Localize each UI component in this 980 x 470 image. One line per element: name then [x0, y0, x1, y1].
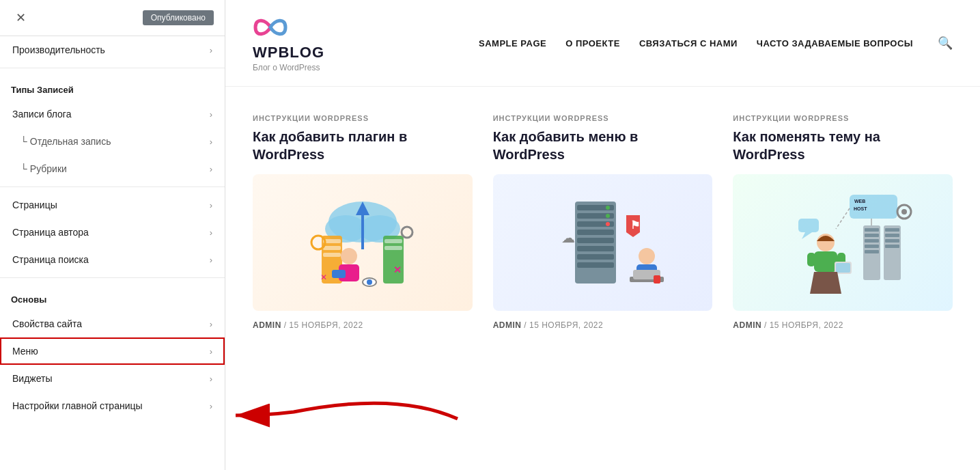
card-image: ✕ ✕ [253, 174, 473, 311]
chevron-right-icon: › [210, 374, 212, 384]
sidebar-item-widgets[interactable]: Виджеты › [0, 365, 225, 392]
svg-text:☁: ☁ [561, 230, 575, 245]
svg-rect-8 [323, 253, 341, 257]
sidebar: ✕ Опубликовано Производительность › Типы… [0, 0, 225, 470]
card-title: Как добавить меню в WordPress [493, 128, 713, 163]
svg-rect-27 [577, 246, 614, 251]
chevron-right-icon: › [210, 200, 212, 210]
svg-rect-51 [885, 228, 899, 232]
svg-rect-7 [323, 246, 341, 250]
svg-text:WEB: WEB [854, 199, 865, 204]
svg-point-16 [402, 227, 412, 238]
svg-point-31 [606, 214, 610, 218]
svg-rect-52 [885, 234, 899, 237]
card-meta: ADMIN / 15 НОЯБРЯ, 2022 [733, 320, 953, 330]
sidebar-top-bar: ✕ Опубликовано [0, 0, 225, 36]
sidebar-item-categories[interactable]: └ Рубрики › [0, 155, 225, 182]
sidebar-item-performance[interactable]: Производительность › [0, 36, 225, 64]
sidebar-item-search-page[interactable]: Страница поиска › [0, 246, 225, 273]
svg-text:✕: ✕ [393, 264, 402, 275]
svg-rect-59 [807, 253, 815, 266]
svg-point-32 [606, 222, 610, 226]
svg-point-35 [639, 248, 655, 264]
svg-rect-26 [577, 238, 614, 243]
card-category: ИНСТРУКЦИИ WORDPRESS [493, 114, 713, 122]
svg-text:HOST: HOST [854, 206, 867, 211]
sidebar-item-blog-posts[interactable]: Записи блога › [0, 100, 225, 128]
svg-rect-45 [865, 228, 879, 232]
svg-text:⚑: ⚑ [630, 219, 640, 231]
svg-line-65 [836, 208, 850, 229]
sidebar-item-front-page[interactable]: Настройки главной страницы › [0, 392, 225, 419]
svg-rect-49 [865, 250, 879, 253]
svg-rect-63 [798, 219, 819, 232]
status-badge: Опубликовано [143, 10, 214, 25]
section-label-basics: Основы [0, 282, 225, 310]
blog-card: ИНСТРУКЦИИ WORDPRESS Как добавить плагин… [253, 114, 473, 330]
svg-rect-46 [865, 234, 879, 237]
svg-rect-14 [332, 270, 346, 278]
logo-area: WPBLOG Блог о WordPress [253, 14, 324, 72]
svg-point-56 [901, 209, 907, 215]
divider [0, 186, 225, 187]
nav-item-contact[interactable]: СВЯЗАТЬСЯ С НАМИ [639, 38, 738, 49]
site-tagline: Блог о WordPress [253, 63, 324, 72]
card-meta: ADMIN / 15 НОЯБРЯ, 2022 [493, 320, 713, 330]
svg-rect-29 [577, 262, 614, 268]
svg-rect-28 [577, 254, 614, 260]
svg-rect-25 [577, 230, 614, 235]
logo-icon [253, 14, 288, 41]
chevron-right-icon: › [210, 401, 212, 411]
svg-rect-62 [836, 263, 850, 273]
svg-rect-10 [384, 239, 402, 243]
svg-point-20 [367, 279, 372, 285]
site-nav: SAMPLE PAGE О ПРОЕКТЕ СВЯЗАТЬСЯ С НАМИ Ч… [479, 36, 953, 51]
main-content: WPBLOG Блог о WordPress SAMPLE PAGE О ПР… [225, 0, 980, 470]
svg-rect-47 [865, 239, 879, 243]
arrow-indicator [225, 378, 471, 432]
nav-item-faq[interactable]: ЧАСТО ЗАДАВАЕМЫЕ ВОПРОСЫ [757, 38, 913, 49]
section-label-post-types: Типы Записей [0, 72, 225, 100]
blog-card: ИНСТРУКЦИИ WORDPRESS Как добавить меню в… [493, 114, 713, 330]
chevron-right-icon: › [210, 109, 212, 120]
chevron-right-icon: › [210, 346, 212, 357]
svg-point-12 [341, 248, 357, 264]
divider [0, 277, 225, 278]
svg-text:✕: ✕ [320, 273, 327, 282]
card-title: Как поменять тему на WordPress [733, 128, 953, 163]
card-meta: ADMIN / 15 НОЯБРЯ, 2022 [253, 320, 473, 330]
chevron-right-icon: › [210, 164, 212, 174]
card-image: ⚑ ☁ [493, 174, 713, 311]
nav-item-sample-page[interactable]: SAMPLE PAGE [479, 38, 546, 49]
card-image: WEB HOST [733, 174, 953, 311]
sidebar-item-site-props[interactable]: Свойства сайта › [0, 310, 225, 337]
chevron-right-icon: › [210, 227, 212, 238]
card-category: ИНСТРУКЦИИ WORDPRESS [733, 114, 953, 122]
site-header: WPBLOG Блог о WordPress SAMPLE PAGE О ПР… [225, 0, 980, 87]
svg-rect-54 [885, 245, 899, 248]
svg-point-30 [606, 206, 610, 210]
svg-rect-39 [654, 275, 660, 284]
blog-grid: ИНСТРУКЦИИ WORDPRESS Как добавить плагин… [225, 87, 980, 344]
svg-rect-11 [384, 246, 402, 250]
sidebar-item-menu[interactable]: Меню › [0, 337, 225, 365]
chevron-right-icon: › [210, 255, 212, 265]
svg-rect-58 [814, 251, 837, 272]
card-title: Как добавить плагин в WordPress [253, 128, 473, 163]
close-button[interactable]: ✕ [11, 8, 30, 27]
search-icon[interactable]: 🔍 [938, 36, 953, 51]
sidebar-item-pages[interactable]: Страницы › [0, 191, 225, 219]
sidebar-item-single-post[interactable]: └ Отдельная запись › [0, 128, 225, 155]
chevron-right-icon: › [210, 319, 212, 329]
site-title: WPBLOG [253, 44, 324, 61]
blog-card: ИНСТРУКЦИИ WORDPRESS Как поменять тему н… [733, 114, 953, 330]
chevron-right-icon: › [210, 45, 212, 55]
nav-item-about[interactable]: О ПРОЕКТЕ [565, 38, 620, 49]
svg-rect-48 [865, 245, 879, 248]
card-category: ИНСТРУКЦИИ WORDPRESS [253, 114, 473, 122]
chevron-right-icon: › [210, 137, 212, 147]
svg-rect-53 [885, 239, 899, 243]
sidebar-item-author-page[interactable]: Страница автора › [0, 219, 225, 246]
svg-marker-64 [802, 232, 812, 239]
divider [0, 68, 225, 68]
